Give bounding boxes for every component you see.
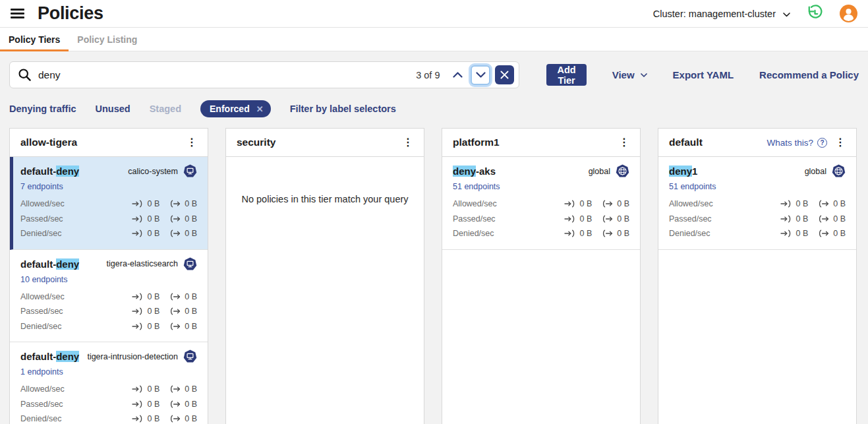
cluster-selector[interactable]: Cluster: management-cluster <box>653 9 790 19</box>
search-match-highlight: deny <box>669 166 692 177</box>
add-tier-button[interactable]: Add Tier <box>546 64 586 86</box>
tier-header: allow-tigera ⋮ <box>10 129 208 157</box>
inbound-traffic-icon <box>564 200 576 208</box>
close-icon <box>500 71 509 79</box>
filter-denying-traffic[interactable]: Denying traffic <box>9 104 76 114</box>
filter-label-selectors[interactable]: Filter by label selectors <box>290 104 396 114</box>
outbound-value: 0 B <box>833 199 846 208</box>
outbound-traffic-icon <box>169 215 181 223</box>
top-bar: Policies Cluster: management-cluster <box>0 0 868 27</box>
search-close-button[interactable] <box>495 65 514 84</box>
endpoints-link[interactable]: 51 endpoints <box>669 182 716 191</box>
policy-name[interactable]: default-deny <box>20 166 79 177</box>
policy-card[interactable]: default-deny tigera-intrusion-detection … <box>10 342 208 424</box>
tier-menu-icon[interactable]: ⋮ <box>835 137 846 148</box>
menu-icon[interactable] <box>11 9 24 18</box>
tier-body: default-deny calico-system 7 endpoints A… <box>10 157 208 424</box>
policy-card[interactable]: deny1 global 51 endpoints Allowed/sec <box>658 157 856 250</box>
stat-row: Allowed/sec 0 B 0 B <box>20 197 197 212</box>
outbound-traffic-icon <box>818 200 830 208</box>
outbound-traffic-icon <box>169 200 181 208</box>
stat-row: Denied/sec 0 B 0 B <box>20 226 197 241</box>
tab-policy-tiers[interactable]: Policy Tiers <box>0 28 69 51</box>
endpoints-link[interactable]: 51 endpoints <box>453 182 500 191</box>
tab-policy-listing[interactable]: Policy Listing <box>69 28 146 51</box>
inbound-traffic-icon <box>132 385 144 393</box>
policy-name[interactable]: default-deny <box>20 351 79 362</box>
filter-unused[interactable]: Unused <box>96 104 130 114</box>
tier-menu-icon[interactable]: ⋮ <box>403 137 413 148</box>
stat-label: Denied/sec <box>669 229 710 238</box>
export-yaml-button[interactable]: Export YAML <box>673 69 734 80</box>
recommend-policy-button[interactable]: Recommend a Policy <box>759 69 859 80</box>
stat-row: Allowed/sec 0 B 0 B <box>669 197 846 212</box>
cluster-selector-label: Cluster: management-cluster <box>653 9 776 19</box>
inbound-value: 0 B <box>147 214 159 224</box>
inbound-traffic-icon <box>132 229 144 237</box>
search-box: 3 of 9 <box>9 61 519 88</box>
policy-stats: Allowed/sec 0 B 0 B Passed/se <box>20 289 197 334</box>
tier-menu-icon[interactable]: ⋮ <box>187 137 197 148</box>
search-input[interactable] <box>38 69 416 81</box>
policy-name[interactable]: deny-aks <box>453 166 496 177</box>
policy-card[interactable]: default-deny calico-system 7 endpoints A… <box>10 157 208 250</box>
avatar[interactable] <box>840 5 857 22</box>
filter-enforced-chip[interactable]: Enforced ✕ <box>200 100 271 117</box>
outbound-value: 0 B <box>617 229 629 238</box>
view-dropdown[interactable]: View <box>612 69 647 80</box>
chevron-down-icon <box>783 9 790 19</box>
outbound-value: 0 B <box>185 384 197 394</box>
globe-icon <box>832 164 846 178</box>
inbound-traffic-icon <box>132 307 144 315</box>
search-match-highlight: deny <box>56 166 79 177</box>
tier-menu-icon[interactable]: ⋮ <box>619 137 629 148</box>
outbound-traffic-icon <box>602 215 614 223</box>
policy-scope-label: tigera-intrusion-detection <box>87 352 178 361</box>
search-icon <box>18 68 32 82</box>
tab-bar: Policy Tiers Policy Listing <box>0 27 868 51</box>
chip-close-icon[interactable]: ✕ <box>256 105 264 113</box>
inbound-traffic-icon <box>564 229 576 237</box>
policy-card[interactable]: default-deny tigera-elasticsearch 10 end… <box>10 250 208 343</box>
policy-card[interactable]: deny-aks global 51 endpoints Allowed/sec <box>442 157 640 250</box>
policy-name[interactable]: deny1 <box>669 166 697 177</box>
chevron-up-icon <box>453 72 463 78</box>
outbound-traffic-icon <box>602 229 614 237</box>
namespace-icon <box>183 164 197 178</box>
outbound-value: 0 B <box>185 307 197 316</box>
search-match-highlight: deny <box>56 258 79 270</box>
outbound-value: 0 B <box>185 229 197 238</box>
inbound-value: 0 B <box>147 307 159 316</box>
search-match-highlight: deny <box>453 166 476 177</box>
tier-column-default: default Whats this? ? ⋮ deny1 global <box>658 128 857 424</box>
inbound-traffic-icon <box>132 415 144 423</box>
endpoints-link[interactable]: 1 endpoints <box>20 367 63 377</box>
inbound-traffic-icon <box>780 200 792 208</box>
inbound-value: 0 B <box>147 322 159 331</box>
outbound-traffic-icon <box>169 229 181 237</box>
tier-header: default Whats this? ? ⋮ <box>658 129 856 157</box>
stat-row: Allowed/sec 0 B 0 B <box>20 382 197 397</box>
view-dropdown-label: View <box>612 69 635 80</box>
outbound-value: 0 B <box>185 292 197 301</box>
stat-row: Denied/sec 0 B 0 B <box>453 226 629 241</box>
inbound-value: 0 B <box>147 199 159 208</box>
filter-staged[interactable]: Staged <box>150 104 181 114</box>
history-icon[interactable] <box>806 5 824 22</box>
search-next-button[interactable] <box>471 65 490 85</box>
tier-name: security <box>237 136 275 148</box>
chevron-down-icon <box>641 73 647 77</box>
endpoints-link[interactable]: 10 endpoints <box>20 275 68 284</box>
policy-name[interactable]: default-deny <box>20 258 79 270</box>
search-prev-button[interactable] <box>449 67 466 84</box>
inbound-value: 0 B <box>147 414 159 423</box>
endpoints-link[interactable]: 7 endpoints <box>20 182 63 191</box>
tier-body: deny1 global 51 endpoints Allowed/sec <box>658 157 856 250</box>
outbound-traffic-icon <box>818 215 830 223</box>
stat-row: Denied/sec 0 B 0 B <box>20 411 197 424</box>
outbound-value: 0 B <box>185 322 197 331</box>
whats-this-link[interactable]: Whats this? ? <box>767 138 827 148</box>
stat-label: Denied/sec <box>20 414 62 423</box>
tier-column-security: security ⋮ No policies in this tier matc… <box>225 128 424 424</box>
inbound-traffic-icon <box>564 215 576 223</box>
